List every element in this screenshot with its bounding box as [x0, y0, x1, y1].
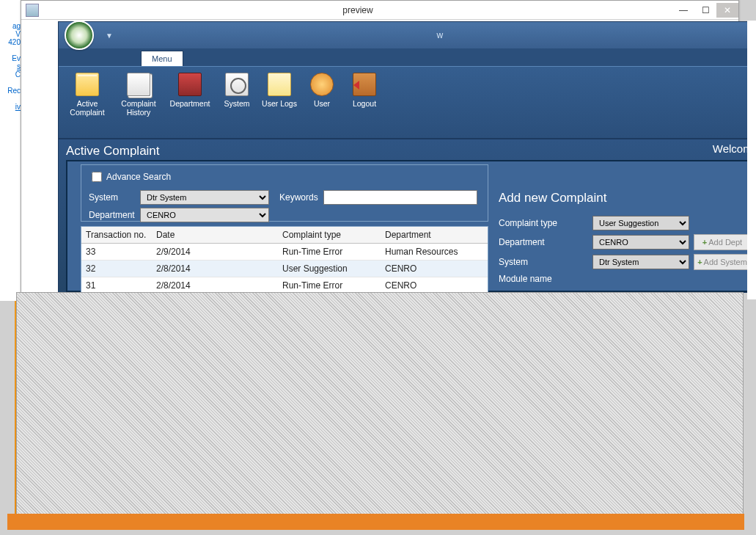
keywords-input[interactable]: [323, 190, 477, 205]
content-area: Active Complaint Welcome Advance Search …: [59, 139, 756, 292]
ribbon-label: User: [314, 99, 330, 108]
system-select[interactable]: Dtr System: [140, 190, 269, 205]
preview-window: preview — ☐ ✕ ▼ w Menu Active Complaint …: [21, 0, 739, 301]
plus-icon: +: [702, 238, 707, 247]
page-title: Active Complaint: [66, 144, 160, 159]
cell: 32: [81, 261, 152, 277]
app-frame: ▼ w Menu Active Complaint Complaint Hist…: [58, 21, 756, 293]
cell: User Suggestion: [278, 261, 381, 277]
active-complaint-button[interactable]: Active Complaint: [62, 71, 113, 134]
minimize-button[interactable]: —: [672, 3, 694, 18]
gear-doc-icon: [225, 73, 249, 96]
app-title-char: w: [119, 30, 756, 40]
add-system-select[interactable]: Dtr System: [592, 255, 689, 269]
org-chart-icon: [178, 73, 202, 96]
col-department[interactable]: Department: [381, 227, 488, 243]
ribbon-label: Active Complaint: [63, 99, 111, 117]
advance-search-checkbox[interactable]: [92, 172, 102, 182]
logout-door-icon: [353, 73, 376, 96]
window-title: preview: [43, 5, 672, 15]
cell: Human Resources: [381, 244, 488, 260]
add-system-label: System: [499, 257, 592, 267]
table-row[interactable]: 32 2/8/2014 User Suggestion CENRO: [81, 261, 488, 277]
sheets-icon: [127, 73, 150, 96]
col-complaint-type[interactable]: Complaint type: [278, 227, 381, 243]
close-button[interactable]: ✕: [716, 3, 738, 18]
complaint-type-select[interactable]: User Suggestion: [592, 216, 689, 230]
designer-hatch-area: [16, 292, 744, 528]
add-system-button[interactable]: +Add System: [694, 254, 751, 270]
ribbon-label: Logout: [353, 99, 376, 108]
note-icon: [76, 73, 99, 96]
background-right-clutter: [747, 21, 756, 299]
complaint-type-label: Complaint type: [499, 218, 592, 228]
add-dept-button[interactable]: +Add Dept: [694, 234, 751, 250]
cell: Run-Time Error: [278, 244, 381, 260]
cell: 2/9/2014: [152, 244, 278, 260]
department-select[interactable]: CENRO: [140, 208, 269, 222]
user-button[interactable]: User: [301, 71, 343, 134]
ribbon-header: ▼ w: [59, 22, 756, 48]
logout-button[interactable]: Logout: [343, 71, 386, 134]
cell: CENRO: [381, 261, 488, 277]
logo-icon[interactable]: [65, 21, 94, 50]
notepad-icon: [268, 73, 291, 96]
user-logs-button[interactable]: User Logs: [258, 71, 301, 134]
cell: CENRO: [381, 277, 488, 294]
col-transaction-no[interactable]: Transaction no.: [81, 227, 152, 243]
users-icon: [310, 73, 334, 96]
plus-icon: +: [697, 258, 702, 266]
department-button[interactable]: Department: [164, 71, 216, 134]
ribbon-label: User Logs: [262, 99, 297, 108]
background-left-clutter: agV420EvsCReciv: [0, 0, 21, 301]
col-date[interactable]: Date: [152, 227, 278, 243]
main-panel: Advance Search System Dtr System Keyword…: [66, 160, 756, 292]
btn-label: Add System: [704, 258, 747, 266]
system-label: System: [89, 192, 140, 203]
cell: Run-Time Error: [278, 277, 381, 294]
ribbon-toolbar: Active Complaint Complaint History Depar…: [59, 66, 756, 139]
menu-tab[interactable]: Menu: [141, 51, 183, 66]
advance-search-label: Advance Search: [106, 172, 171, 182]
bottom-orange-bar: [7, 514, 744, 530]
add-department-select[interactable]: CENRO: [592, 235, 689, 250]
add-department-label: Department: [499, 237, 592, 247]
cell: 2/8/2014: [152, 261, 278, 277]
qat-dropdown-icon[interactable]: ▼: [100, 32, 119, 40]
cell: 31: [81, 277, 152, 294]
add-complaint-panel: Add new Complaint Complaint type User Su…: [499, 191, 755, 288]
btn-label: Add Dept: [708, 238, 742, 247]
table-row[interactable]: 33 2/9/2014 Run-Time Error Human Resourc…: [81, 244, 488, 261]
ribbon-tabs: Menu: [59, 48, 756, 66]
add-complaint-title: Add new Complaint: [499, 191, 755, 205]
system-button[interactable]: System: [216, 71, 258, 134]
grid-header-row: Transaction no. Date Complaint type Depa…: [81, 227, 488, 244]
module-name-label: Module name: [499, 274, 592, 284]
cell: 2/8/2014: [152, 277, 278, 294]
ribbon-label: Complaint History: [114, 99, 163, 117]
keywords-label: Keywords: [279, 192, 323, 203]
ribbon-label: System: [224, 99, 249, 108]
department-label: Department: [89, 210, 140, 220]
search-groupbox: Advance Search System Dtr System Keyword…: [81, 164, 488, 222]
complaint-history-button[interactable]: Complaint History: [113, 71, 164, 134]
app-icon: [26, 4, 39, 17]
cell: 33: [81, 244, 152, 260]
ribbon-label: Department: [170, 99, 210, 108]
maximize-button[interactable]: ☐: [694, 3, 716, 18]
titlebar: preview — ☐ ✕: [21, 1, 738, 20]
